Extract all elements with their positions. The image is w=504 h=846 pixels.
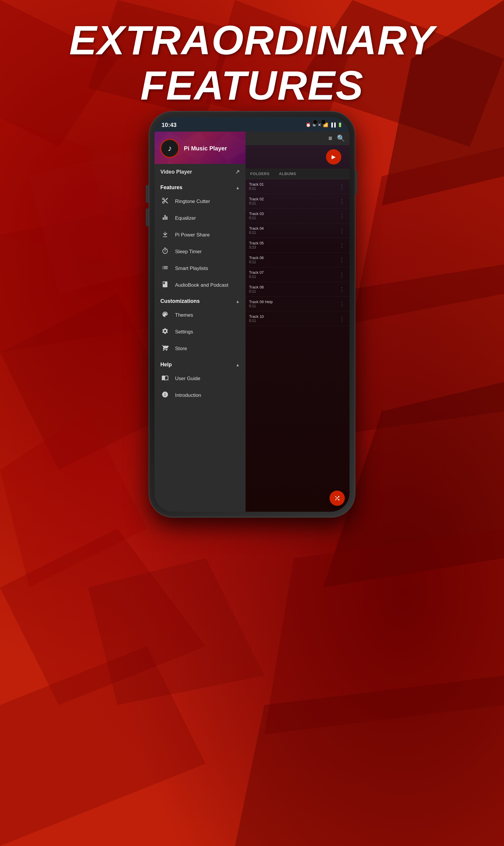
pi-power-share-item[interactable]: Pi Power Share [155,227,246,243]
book-icon [160,374,170,383]
track-row: Track 03 0:11 ⋮ [246,209,349,223]
share-icon [160,231,170,239]
track-duration: 0:11 [249,289,338,293]
track-name: Track 05 [249,241,338,245]
track-more-button[interactable]: ⋮ [338,227,346,234]
themes-label: Themes [175,312,193,318]
track-more-button[interactable]: ⋮ [338,301,346,308]
track-info: Track 08 0:11 [249,285,338,293]
scissors-icon [160,197,170,205]
track-name: Track 10 [249,314,338,319]
settings-item[interactable]: Settings [155,323,246,340]
track-name: Track 01 [249,182,338,186]
search-icon[interactable]: 🔍 [337,134,345,142]
track-row: Track 10 0:11 ⋮ [246,311,349,326]
help-section-header[interactable]: Help ▲ [155,357,246,370]
track-more-button[interactable]: ⋮ [338,256,346,264]
track-duration: 0:11 [249,275,338,279]
track-duration: 0:11 [249,216,338,220]
track-info: Track 04 0:11 [249,226,338,235]
play-button[interactable]: ▶ [326,149,341,164]
main-toolbar: ≡ 🔍 [246,131,349,145]
tab-albums[interactable]: ALBUMS [274,168,301,179]
track-duration: 0:11 [249,304,338,308]
menu-scroll-area[interactable]: Video Player ↗ Features ▲ [155,164,246,512]
phone-frame: 10:43 ⏰ ⊕ ✕ 📶 ▐▐ 🔋 [149,112,355,517]
sleep-timer-label: Sleep Timer [175,249,202,255]
navigation-drawer[interactable]: ♪ Pi Music Player Video Player ↗ Feature… [155,131,246,512]
track-name: Track 03 [249,212,338,216]
track-more-button[interactable]: ⋮ [338,183,346,190]
track-more-button[interactable]: ⋮ [338,242,346,249]
camera-lens-secondary [321,119,326,125]
audiobook-podcast-item[interactable]: AudioBook and Podcast [155,277,246,293]
ringtone-cutter-item[interactable]: Ringtone Cutter [155,193,246,210]
tab-bar: FOLDERS ALBUMS [246,168,349,179]
track-more-button[interactable]: ⋮ [338,198,346,205]
track-row: Track 06 0:11 ⋮ [246,253,349,267]
track-row: Track 01 0:11 ⋮ [246,179,349,194]
tab-folders[interactable]: FOLDERS [246,168,274,179]
introduction-label: Introduction [175,393,201,398]
track-row: Track 09 Help 0:11 ⋮ [246,297,349,311]
features-label: Features [160,184,182,191]
sort-icon[interactable]: ≡ [328,134,332,142]
audiobook-icon [160,281,170,289]
hero-title-line2: FEATURES [0,63,504,108]
settings-icon [160,327,170,336]
sleep-timer-item[interactable]: Sleep Timer [155,243,246,260]
track-more-button[interactable]: ⋮ [338,212,346,219]
track-duration: 0:11 [249,231,338,235]
track-row: Track 08 0:11 ⋮ [246,282,349,297]
app-logo: ♪ [160,139,179,158]
track-info: Track 09 Help 0:11 [249,300,338,308]
info-icon [160,391,170,399]
video-player-item[interactable]: Video Player ↗ [155,164,246,180]
track-list: Track 01 0:11 ⋮ Track 02 0:11 ⋮ [246,179,349,512]
track-more-button[interactable]: ⋮ [338,271,346,278]
store-icon [160,344,170,353]
track-more-button[interactable]: ⋮ [338,315,346,322]
track-duration: 0:11 [249,260,338,264]
camera-lens-main [312,119,318,125]
music-note-icon: ♪ [168,144,172,153]
hero-section: EXTRAORDINARY FEATURES [0,18,504,108]
features-section-header[interactable]: Features ▲ [155,180,246,193]
alarm-icon: ⏰ [306,123,311,127]
ringtone-cutter-label: Ringtone Cutter [175,199,210,204]
introduction-item[interactable]: Introduction [155,387,246,403]
customizations-arrow-icon: ▲ [236,299,240,304]
themes-item[interactable]: Themes [155,307,246,323]
shuffle-button[interactable] [329,490,345,506]
signal-icon: ▐▐ [330,123,336,127]
help-arrow-icon: ▲ [236,362,240,367]
track-name: Track 07 [249,270,338,275]
battery-icon: 🔋 [338,123,342,127]
help-label: Help [160,362,172,368]
track-duration: 0:11 [249,186,338,191]
status-time: 10:43 [162,122,177,128]
track-info: Track 01 0:11 [249,182,338,191]
equalizer-item[interactable]: Equalizer [155,210,246,227]
track-info: Track 02 0:11 [249,197,338,205]
volume-button-down [146,209,149,226]
pi-power-share-label: Pi Power Share [175,232,210,238]
equalizer-icon [160,214,170,222]
track-name: Track 04 [249,226,338,231]
store-item[interactable]: Store [155,340,246,357]
track-more-button[interactable]: ⋮ [338,286,346,293]
track-info: Track 10 0:11 [249,314,338,323]
user-guide-label: User Guide [175,376,200,382]
customizations-section-header[interactable]: Customizations ▲ [155,293,246,307]
track-info: Track 05 3:23 [249,241,338,249]
user-guide-item[interactable]: User Guide [155,370,246,387]
smart-playlists-item[interactable]: Smart Playlists [155,260,246,277]
track-info: Track 06 0:11 [249,255,338,264]
phone-screen: 10:43 ⏰ ⊕ ✕ 📶 ▐▐ 🔋 [155,117,349,512]
track-duration: 3:23 [249,245,338,249]
track-name: Track 02 [249,197,338,201]
phone-mockup: 10:43 ⏰ ⊕ ✕ 📶 ▐▐ 🔋 [149,112,355,517]
track-row: Track 02 0:11 ⋮ [246,194,349,209]
themes-icon [160,311,170,319]
drawer-header: ♪ Pi Music Player [155,131,246,164]
